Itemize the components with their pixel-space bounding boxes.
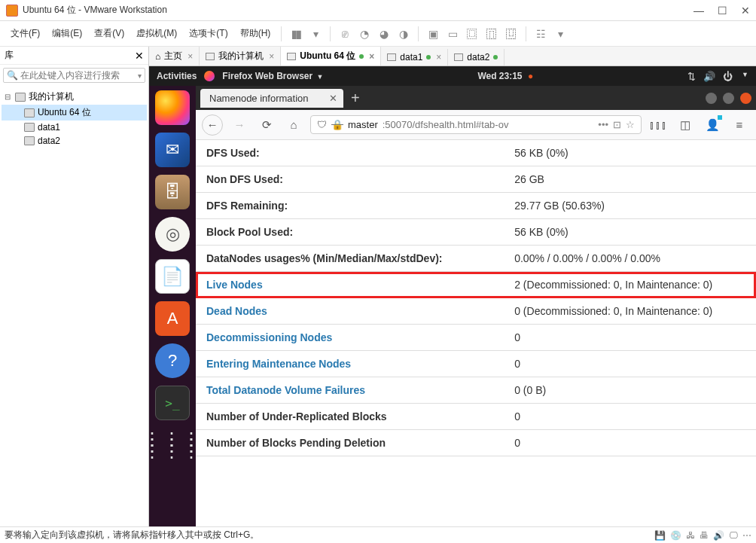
library-tree: ⊟ 我的计算机 Ubuntu 64 位 data1 data2 (0, 86, 148, 151)
menu-vm[interactable]: 虚拟机(M) (130, 24, 183, 43)
status-disk-icon[interactable]: 💾 (654, 530, 666, 541)
search-dropdown-icon[interactable]: ▾ (138, 72, 142, 80)
dropdown-icon[interactable]: ▾ (309, 27, 322, 41)
network-icon[interactable]: ⇅ (687, 71, 696, 82)
dock-software-icon[interactable]: A (155, 301, 190, 336)
tab-close-icon[interactable]: × (369, 51, 374, 62)
ff-maximize-icon[interactable] (723, 93, 734, 104)
active-app-label[interactable]: Firefox Web Browser ▼ (222, 71, 323, 81)
table-row: DFS Used:56 KB (0%) (196, 140, 756, 166)
tracking-shield-icon[interactable]: 🛡 (317, 119, 327, 130)
stretch-icon[interactable]: ⿵ (485, 27, 498, 41)
fit-icon[interactable]: ⿶ (505, 27, 518, 41)
tab-close-icon[interactable]: × (269, 51, 274, 62)
status-cd-icon[interactable]: 💿 (670, 530, 681, 541)
hdfs-summary-table: DFS Used:56 KB (0%)Non DFS Used:26 GBDFS… (196, 140, 756, 456)
fullscreen-icon[interactable]: ▣ (426, 27, 440, 41)
power-icon[interactable]: ⏻ (723, 71, 733, 82)
menu-tabs[interactable]: 选项卡(T) (183, 24, 233, 43)
menu-file[interactable]: 文件(F) (5, 24, 46, 43)
unity-icon[interactable]: ▭ (446, 27, 459, 41)
library-close-icon[interactable]: ✕ (135, 50, 144, 62)
console-view-icon[interactable]: ⿴ (465, 27, 479, 41)
library-icon[interactable]: ⫿⫿⫿ (648, 114, 669, 136)
tab-data1[interactable]: data1 × (381, 49, 448, 66)
snapshot-icon[interactable]: ◔ (358, 27, 371, 41)
maximize-button[interactable]: ☐ (718, 5, 727, 17)
node-link[interactable]: Decommissioning Nodes (206, 331, 332, 343)
snapshot-manage-icon[interactable]: ◕ (377, 27, 391, 41)
library-toggle-icon[interactable]: ☷ (534, 27, 547, 41)
tree-item-data1[interactable]: data1 (2, 120, 147, 134)
tab-ubuntu[interactable]: Ubuntu 64 位 × (281, 47, 381, 66)
chevron-down-icon[interactable]: ▼ (742, 71, 748, 82)
ff-close-icon[interactable] (740, 93, 751, 104)
activities-button[interactable]: Activities (157, 71, 197, 81)
collapse-icon[interactable]: ⊟ (5, 93, 14, 101)
new-tab-button[interactable]: + (351, 90, 360, 107)
account-icon[interactable]: 👤 (702, 114, 723, 136)
node-link[interactable]: Live Nodes (206, 279, 263, 291)
status-more-icon[interactable]: ⋯ (742, 530, 751, 541)
tab-home[interactable]: ⌂ 主页 × (149, 47, 200, 66)
menu-icon[interactable]: ≡ (729, 114, 750, 136)
ubuntu-desktop: Activities Firefox Web Browser ▼ Wed 23:… (149, 66, 756, 526)
dock-rhythmbox-icon[interactable]: ◎ (155, 217, 190, 252)
url-bar[interactable]: 🛡 🔒 master:50070/dfshealth.html#tab-ov •… (310, 115, 642, 134)
tree-item-label: data2 (38, 136, 60, 146)
status-net-icon[interactable]: 🖧 (686, 530, 695, 541)
clock[interactable]: Wed 23:15 ● (323, 71, 687, 81)
tab-close-icon[interactable]: ✕ (329, 93, 337, 104)
revert-icon[interactable]: ◑ (397, 27, 410, 41)
dock-firefox-icon[interactable] (155, 90, 190, 125)
search-input[interactable] (20, 70, 138, 81)
dock-help-icon[interactable]: ? (155, 343, 190, 378)
status-hint: 要将输入定向到该虚拟机，请将鼠标指针移入其中或按 Ctrl+G。 (5, 529, 259, 541)
tree-item-ubuntu[interactable]: Ubuntu 64 位 (2, 105, 147, 120)
row-key[interactable]: Dead Nodes (196, 298, 504, 325)
library-search[interactable]: 🔍 ▾ (3, 68, 145, 83)
forward-button[interactable]: → (229, 114, 250, 136)
node-link[interactable]: Total Datanode Volume Failures (206, 384, 365, 396)
tab-mycomputer[interactable]: 我的计算机 × (200, 47, 281, 66)
row-key[interactable]: Entering Maintenance Nodes (196, 351, 504, 377)
row-key[interactable]: Decommissioning Nodes (196, 325, 504, 351)
status-display-icon[interactable]: 🖵 (729, 530, 738, 541)
dock-thunderbird-icon[interactable]: ✉ (155, 133, 190, 167)
dock-libreoffice-icon[interactable]: 📄 (155, 259, 190, 294)
node-link[interactable]: Dead Nodes (206, 305, 267, 317)
tab-close-icon[interactable]: × (187, 51, 193, 62)
close-button[interactable]: ✕ (741, 5, 750, 17)
tab-data2[interactable]: data2 (448, 49, 505, 66)
page-actions-icon[interactable]: ••• (598, 119, 608, 130)
minimize-button[interactable]: — (694, 5, 704, 17)
dropdown2-icon[interactable]: ▾ (553, 27, 567, 41)
reader-icon[interactable]: ⊡ (613, 119, 621, 130)
tab-close-icon[interactable]: × (436, 52, 441, 63)
dock-files-icon[interactable]: 🗄 (155, 175, 190, 209)
insecure-lock-icon[interactable]: 🔒 (331, 119, 343, 130)
node-link[interactable]: Entering Maintenance Nodes (206, 358, 351, 370)
menu-help[interactable]: 帮助(H) (234, 24, 277, 43)
pause-icon[interactable]: ▮▮ (289, 27, 303, 41)
ff-minimize-icon[interactable] (706, 93, 717, 104)
home-button[interactable]: ⌂ (283, 114, 304, 136)
status-sound-icon[interactable]: 🔊 (713, 530, 724, 541)
reload-button[interactable]: ⟳ (256, 114, 277, 136)
firefox-tab[interactable]: Namenode information ✕ (200, 89, 343, 108)
tree-root[interactable]: ⊟ 我的计算机 (2, 89, 147, 105)
dock-terminal-icon[interactable]: >_ (155, 386, 190, 420)
back-button[interactable]: ← (202, 114, 223, 136)
bookmark-star-icon[interactable]: ☆ (626, 119, 635, 130)
menu-edit[interactable]: 编辑(E) (46, 24, 88, 43)
row-key[interactable]: Total Datanode Volume Failures (196, 377, 504, 404)
volume-icon[interactable]: 🔊 (703, 71, 715, 82)
tree-item-data2[interactable]: data2 (2, 134, 147, 148)
menu-view[interactable]: 查看(V) (88, 24, 130, 43)
page-content: DFS Used:56 KB (0%)Non DFS Used:26 GBDFS… (196, 140, 756, 526)
send-keys-icon[interactable]: ⎚ (338, 27, 352, 41)
dock-show-apps-icon[interactable]: ⋮⋮⋮⋮⋮⋮⋮⋮⋮ (155, 428, 190, 462)
row-key[interactable]: Live Nodes (196, 272, 504, 298)
sidebar-icon[interactable]: ◫ (675, 114, 696, 136)
status-usb-icon[interactable]: 🖶 (700, 530, 709, 541)
